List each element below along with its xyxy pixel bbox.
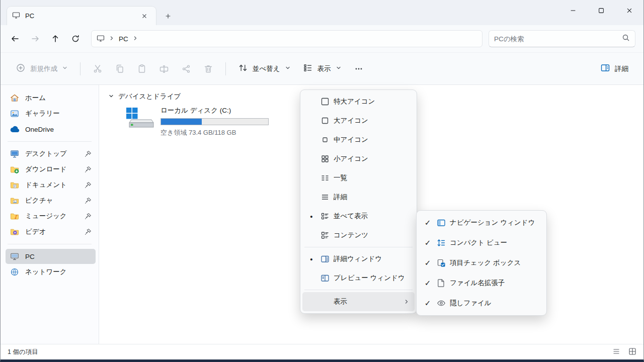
- chevron-down-icon[interactable]: [108, 93, 114, 101]
- menu-item-label: 小アイコン: [333, 154, 368, 163]
- sidebar-item-videos[interactable]: ビデオ: [6, 224, 96, 239]
- list-view-toggle-icon[interactable]: [612, 347, 620, 357]
- details-pane-icon: [600, 63, 610, 74]
- navigation-pane: ホーム ギャラリー OneDrive デスクトップ: [1, 85, 99, 344]
- view-menu-item-details-pane[interactable]: • 詳細ウィンドウ: [302, 249, 415, 268]
- view-menu-item-tiles[interactable]: • 並べて表示: [302, 207, 415, 226]
- pin-icon: [85, 150, 92, 157]
- share-button[interactable]: [176, 59, 196, 78]
- view-menu: 特大アイコン 大アイコン 中アイコン 小アイコン: [300, 89, 417, 314]
- sort-button[interactable]: 並べ替え: [233, 58, 296, 79]
- search-box[interactable]: [489, 30, 635, 47]
- paste-button[interactable]: [132, 59, 152, 78]
- drive-item-local-disk-c[interactable]: ローカル ディスク (C:) 空き領域 73.4 GB/118 GB: [125, 106, 291, 137]
- submenu-item-navigation-pane[interactable]: ✓ ナビゲーション ウィンドウ: [419, 213, 544, 233]
- more-options-button[interactable]: [349, 59, 369, 78]
- sidebar-item-desktop[interactable]: デスクトップ: [6, 146, 96, 161]
- close-button[interactable]: [615, 0, 643, 21]
- cut-button[interactable]: [88, 59, 108, 78]
- details-view-icon: [317, 192, 333, 202]
- window-controls: [559, 0, 643, 21]
- divider: [8, 141, 92, 142]
- sidebar-item-onedrive[interactable]: OneDrive: [6, 122, 96, 137]
- up-button[interactable]: [46, 30, 65, 47]
- small-icons-icon: [317, 154, 333, 164]
- sidebar-item-label: ダウンロード: [25, 165, 67, 174]
- chevron-right-icon[interactable]: [132, 35, 138, 43]
- file-name-extensions-icon: [434, 278, 449, 288]
- content-view-icon: [317, 230, 333, 240]
- chevron-right-icon[interactable]: [109, 35, 115, 43]
- view-menu-item-extra-large-icons[interactable]: 特大アイコン: [302, 92, 415, 111]
- divider: [225, 62, 226, 75]
- details-pane-toggle-button[interactable]: 詳細: [595, 58, 633, 79]
- tab-close-icon[interactable]: [138, 10, 151, 23]
- submenu-item-hidden-files[interactable]: ✓ 隠しファイル: [419, 293, 544, 313]
- new-button[interactable]: 新規作成: [11, 58, 73, 79]
- selected-bullet: •: [305, 255, 317, 263]
- maximize-button[interactable]: [587, 0, 615, 21]
- search-icon[interactable]: [622, 34, 630, 44]
- view-menu-item-content[interactable]: コンテンツ: [302, 226, 415, 245]
- chevron-down-icon: [285, 65, 291, 72]
- sidebar-item-pictures[interactable]: ピクチャ: [6, 193, 96, 208]
- divider: [80, 62, 80, 75]
- pin-icon: [85, 166, 92, 173]
- thumbnail-view-toggle-icon[interactable]: [628, 347, 636, 357]
- view-menu-item-preview-pane[interactable]: プレビュー ウィンドウ: [302, 268, 415, 288]
- extra-large-icons-icon: [317, 97, 333, 107]
- submenu-item-file-name-extensions[interactable]: ✓ ファイル名拡張子: [419, 273, 544, 293]
- delete-button[interactable]: [198, 59, 218, 78]
- pc-icon: [10, 252, 20, 261]
- view-menu-item-list[interactable]: 一覧: [302, 168, 415, 188]
- tab-title: PC: [25, 12, 34, 20]
- submenu-item-compact-view[interactable]: ✓ コンパクト ビュー: [419, 233, 544, 253]
- onedrive-icon: [10, 126, 20, 133]
- sidebar-item-pc[interactable]: PC: [6, 249, 96, 264]
- view-menu-item-medium-icons[interactable]: 中アイコン: [302, 130, 415, 149]
- menu-item-label: コンテンツ: [333, 231, 368, 240]
- view-menu-item-show[interactable]: 表示: [302, 292, 415, 311]
- new-tab-button[interactable]: [162, 10, 175, 23]
- sidebar-item-label: OneDrive: [25, 126, 54, 133]
- tiles-view-icon: [317, 211, 333, 221]
- forward-button[interactable]: [26, 30, 45, 47]
- minimize-button[interactable]: [559, 0, 587, 21]
- drive-free-space: 空き領域 73.4 GB/118 GB: [160, 128, 269, 137]
- rename-button[interactable]: [154, 59, 174, 78]
- medium-icons-icon: [317, 135, 333, 145]
- sidebar-item-downloads[interactable]: ダウンロード: [6, 162, 96, 177]
- explorer-tab[interactable]: PC: [7, 6, 156, 25]
- search-input[interactable]: [494, 35, 622, 43]
- submenu-item-item-check-boxes[interactable]: ✓ 項目チェック ボックス: [419, 253, 544, 273]
- refresh-button[interactable]: [66, 30, 85, 47]
- sidebar-item-network[interactable]: ネットワーク: [6, 264, 96, 280]
- menu-item-label: ナビゲーション ウィンドウ: [449, 218, 535, 227]
- item-count: 1 個の項目: [8, 348, 38, 356]
- breadcrumb-pc[interactable]: PC: [119, 35, 128, 43]
- title-bar: PC: [1, 0, 643, 25]
- view-menu-item-details[interactable]: 詳細: [302, 188, 415, 207]
- sidebar-item-gallery[interactable]: ギャラリー: [6, 106, 96, 121]
- menu-item-label: 特大アイコン: [333, 97, 375, 106]
- details-button-label: 詳細: [615, 64, 628, 73]
- view-menu-item-large-icons[interactable]: 大アイコン: [302, 111, 415, 130]
- pin-icon: [85, 228, 92, 235]
- checkmark: ✓: [422, 218, 434, 227]
- sidebar-item-home[interactable]: ホーム: [6, 90, 96, 106]
- sidebar-item-documents[interactable]: ドキュメント: [6, 177, 96, 193]
- details-pane-icon: [317, 254, 333, 264]
- sidebar-item-label: ギャラリー: [25, 109, 60, 118]
- menu-item-label: ファイル名拡張子: [449, 279, 505, 288]
- menu-item-label: 並べて表示: [333, 212, 368, 221]
- copy-button[interactable]: [110, 59, 130, 78]
- sidebar-item-music[interactable]: ミュージック: [6, 209, 96, 224]
- menu-item-label: コンパクト ビュー: [449, 238, 507, 247]
- view-button[interactable]: 表示: [298, 58, 347, 79]
- back-button[interactable]: [6, 30, 25, 47]
- view-menu-item-small-icons[interactable]: 小アイコン: [302, 149, 415, 168]
- address-bar[interactable]: PC: [91, 30, 482, 47]
- status-bar-right: [612, 347, 636, 357]
- menu-item-label: 一覧: [333, 173, 347, 183]
- menu-item-label: 詳細ウィンドウ: [333, 254, 382, 263]
